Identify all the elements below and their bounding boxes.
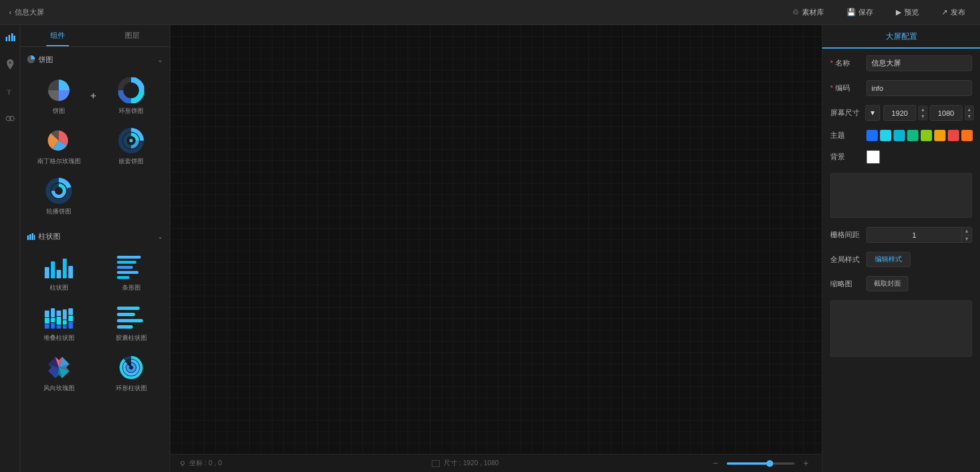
pie-preview — [42, 76, 76, 104]
theme-color-4[interactable] — [907, 130, 918, 141]
screen-size-label: 屏幕尺寸 — [830, 108, 862, 118]
background-color-area[interactable] — [830, 173, 972, 218]
theme-color-6[interactable] — [934, 130, 946, 141]
screen-width-input[interactable] — [883, 105, 916, 121]
donut-preview — [114, 76, 148, 104]
screen-height-up[interactable]: ▲ — [965, 106, 974, 113]
canvas-size-display: 尺寸 : 1920 , 1080 — [432, 458, 499, 468]
bar-category-icon — [27, 232, 35, 242]
tab-components[interactable]: 组件 — [20, 25, 95, 46]
theme-color-2[interactable] — [880, 130, 891, 141]
global-style-button[interactable]: 编辑样式 — [866, 252, 910, 267]
thumbnail-button[interactable]: 截取封面 — [866, 276, 908, 291]
theme-color-5[interactable] — [921, 130, 932, 141]
right-panel: 大屏配置 名称 编码 屏幕尺寸 ▼ ▲ — [822, 25, 980, 472]
global-style-label: 全局样式 — [830, 255, 862, 265]
grid-step-up[interactable]: ▲ — [962, 228, 972, 235]
rose-preview — [42, 126, 76, 155]
widget-capsule-bar[interactable]: 胶囊柱状图 — [95, 298, 167, 348]
name-label: 名称 — [830, 58, 862, 68]
pie-widget-grid: 饼图 ✚ 环形饼图 — [23, 68, 167, 224]
theme-color-8[interactable] — [961, 130, 973, 141]
widget-bar[interactable]: 柱状图 — [23, 247, 95, 298]
code-input[interactable] — [866, 80, 972, 96]
zoom-slider[interactable] — [727, 462, 795, 465]
preview-button[interactable]: ▶ 预览 — [890, 5, 925, 20]
grid-spacing-input[interactable] — [867, 228, 961, 242]
svg-point-21 — [181, 461, 184, 465]
theme-color-7[interactable] — [948, 130, 959, 141]
save-button[interactable]: 💾 保存 — [841, 5, 879, 20]
page-title: 信息大屏 — [15, 7, 44, 18]
icon-bar-location[interactable] — [2, 56, 18, 72]
svg-point-7 — [10, 116, 14, 121]
icon-bar-text[interactable]: T — [2, 84, 18, 99]
svg-rect-23 — [432, 460, 440, 467]
grid-value-input: ▲ ▼ — [866, 227, 972, 243]
svg-rect-3 — [14, 36, 15, 41]
form-row-theme: 主题 — [830, 130, 972, 141]
widget-nested[interactable]: 嵌套饼图 — [95, 121, 167, 171]
thumbnail-preview-area — [830, 300, 972, 357]
icon-bar-media[interactable] — [2, 111, 18, 126]
svg-rect-16 — [32, 233, 33, 240]
left-panel-tabs: 组件 图层 — [20, 25, 170, 47]
svg-point-4 — [9, 62, 11, 64]
screen-width-up[interactable]: ▲ — [918, 106, 927, 113]
svg-text:T: T — [7, 88, 11, 96]
form-row-thumbnail: 缩略图 截取封面 — [830, 276, 972, 291]
hbar-preview — [114, 253, 148, 281]
screen-size-inputs: ▲ ▼ ▲ ▼ — [883, 105, 974, 121]
category-pie[interactable]: 饼图 ⌄ — [23, 51, 167, 68]
widget-donut[interactable]: 环形饼图 — [95, 71, 167, 121]
pie-category-icon — [27, 55, 35, 65]
icon-bar-chart[interactable] — [2, 29, 18, 45]
name-input[interactable] — [866, 55, 972, 71]
publish-button[interactable]: ↗ 发布 — [936, 5, 971, 20]
bar-widget-grid: 柱状图 条形图 — [23, 245, 167, 400]
code-label: 编码 — [830, 83, 862, 93]
widget-rose[interactable]: 南丁格尔玫瑰图 — [23, 121, 95, 171]
tab-layers[interactable]: 图层 — [95, 25, 170, 46]
back-icon: ‹ — [9, 8, 11, 16]
category-pie-title: 饼图 — [27, 55, 53, 65]
assets-icon: ♲ — [792, 8, 799, 16]
widget-wind-rose[interactable]: 风向玫瑰图 — [23, 348, 95, 398]
theme-color-1[interactable] — [866, 130, 878, 141]
pie-collapse-icon: ⌄ — [158, 56, 163, 64]
form-row-code: 编码 — [830, 80, 972, 96]
grid-label: 栅格间距 — [830, 230, 862, 240]
screen-size-dropdown[interactable]: ▼ — [865, 105, 880, 121]
zoom-out-button[interactable]: − — [709, 457, 722, 470]
background-label: 背景 — [830, 152, 862, 162]
zoom-in-button[interactable]: + — [799, 457, 813, 470]
assets-button[interactable]: ♲ 素材库 — [787, 5, 830, 20]
widget-pie[interactable]: 饼图 ✚ — [23, 71, 95, 121]
screen-height-down[interactable]: ▼ — [965, 113, 974, 120]
widget-stacked-bar[interactable]: 堆叠柱状图 — [23, 298, 95, 348]
screen-height-input[interactable] — [930, 105, 962, 121]
bar-preview — [42, 253, 76, 281]
background-preview[interactable] — [866, 150, 880, 164]
grid-step-down[interactable]: ▼ — [962, 235, 972, 243]
main-layout: T 组件 图层 — [0, 25, 980, 472]
theme-label: 主题 — [830, 130, 862, 141]
save-icon: 💾 — [847, 8, 856, 16]
svg-point-11 — [129, 139, 133, 142]
left-panel: 组件 图层 饼图 ⌄ — [20, 25, 170, 472]
screen-width-stepper: ▲ ▼ — [918, 106, 927, 120]
widget-carousel-pie[interactable]: 轮播饼图 — [23, 171, 95, 221]
theme-color-3[interactable] — [894, 130, 905, 141]
widget-hbar[interactable]: 条形图 — [95, 247, 167, 298]
form-row-screen-size: 屏幕尺寸 ▼ ▲ ▼ ▲ ▼ — [830, 105, 972, 121]
back-button[interactable]: ‹ 信息大屏 — [9, 7, 44, 18]
category-bar[interactable]: 柱状图 ⌄ — [23, 228, 167, 245]
torus-bar-preview — [114, 353, 148, 382]
screen-width-down[interactable]: ▼ — [918, 113, 927, 120]
right-panel-title: 大屏配置 — [822, 25, 980, 49]
location-icon — [179, 460, 186, 467]
widget-torus-bar[interactable]: 环形柱状图 — [95, 348, 167, 398]
publish-icon: ↗ — [942, 8, 948, 16]
coordinate-text: 坐标 : 0 , 0 — [189, 458, 222, 468]
svg-rect-17 — [34, 235, 35, 240]
